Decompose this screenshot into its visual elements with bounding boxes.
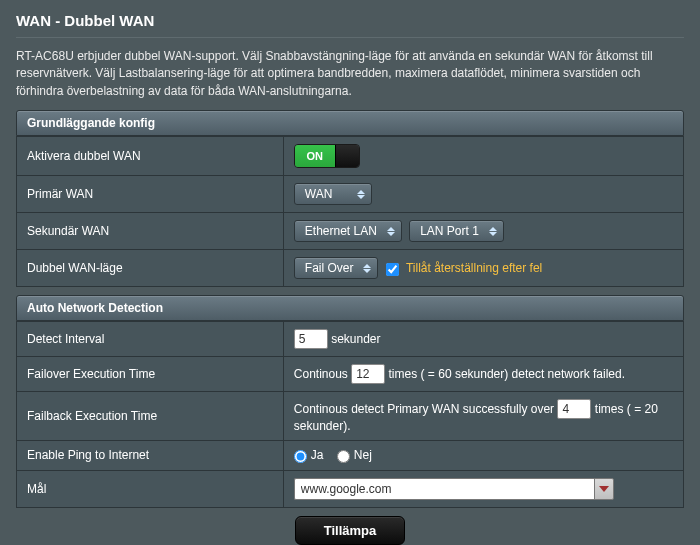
- ping-yes-label: Ja: [311, 448, 324, 462]
- page-description: RT-AC68U erbjuder dubbel WAN-support. Vä…: [16, 48, 684, 100]
- dual-wan-mode-label: Dubbel WAN-läge: [17, 250, 284, 287]
- ping-no-wrap[interactable]: Nej: [337, 448, 372, 462]
- section-autonet-header: Auto Network Detection: [16, 295, 684, 321]
- primary-wan-value: WAN: [305, 187, 357, 201]
- detect-interval-input[interactable]: [294, 329, 328, 349]
- fallback-checkbox-label: Tillåt återställning efter fel: [406, 261, 542, 275]
- select-arrows-icon: [363, 264, 371, 273]
- select-arrows-icon: [489, 227, 497, 236]
- enable-dual-wan-label: Aktivera dubbel WAN: [17, 137, 284, 176]
- select-arrows-icon: [357, 190, 365, 199]
- secondary-wan-type-select[interactable]: Ethernet LAN: [294, 220, 402, 242]
- section-basic-header: Grundläggande konfig: [16, 110, 684, 136]
- failover-prefix: Continous: [294, 367, 348, 381]
- autonet-table: Detect Interval sekunder Failover Execut…: [16, 321, 684, 507]
- detect-interval-unit: sekunder: [331, 332, 380, 346]
- ping-yes-radio[interactable]: [294, 450, 307, 463]
- enable-dual-wan-toggle[interactable]: ON: [294, 144, 360, 168]
- secondary-wan-type-value: Ethernet LAN: [305, 224, 387, 238]
- ping-no-radio[interactable]: [337, 450, 350, 463]
- failback-times-input[interactable]: [557, 399, 591, 419]
- ping-yes-wrap[interactable]: Ja: [294, 448, 327, 462]
- enable-ping-label: Enable Ping to Internet: [17, 441, 284, 470]
- failover-times-input[interactable]: [351, 364, 385, 384]
- primary-wan-select[interactable]: WAN: [294, 183, 372, 205]
- divider: [16, 37, 684, 38]
- dropdown-triangle-icon: [599, 486, 609, 492]
- page-title: WAN - Dubbel WAN: [16, 8, 684, 37]
- failover-time-label: Failover Execution Time: [17, 357, 284, 392]
- secondary-wan-port-select[interactable]: LAN Port 1: [409, 220, 504, 242]
- toggle-knob: [335, 145, 359, 167]
- dual-wan-mode-value: Fail Over: [305, 261, 364, 275]
- dual-wan-mode-select[interactable]: Fail Over: [294, 257, 379, 279]
- target-label: Mål: [17, 470, 284, 507]
- secondary-wan-label: Sekundär WAN: [17, 213, 284, 250]
- basic-config-table: Aktivera dubbel WAN ON Primär WAN WAN Se…: [16, 136, 684, 287]
- secondary-wan-port-value: LAN Port 1: [420, 224, 489, 238]
- apply-button[interactable]: Tillämpa: [295, 516, 406, 545]
- failover-suffix: times ( = 60 sekunder) detect network fa…: [389, 367, 625, 381]
- select-arrows-icon: [387, 227, 395, 236]
- target-combobox[interactable]: [294, 478, 614, 500]
- failback-time-label: Failback Execution Time: [17, 392, 284, 441]
- toggle-on-label: ON: [295, 145, 335, 167]
- ping-no-label: Nej: [354, 448, 372, 462]
- target-input[interactable]: [294, 478, 594, 500]
- fallback-checkbox[interactable]: [386, 263, 399, 276]
- fallback-checkbox-wrap[interactable]: Tillåt återställning efter fel: [386, 261, 542, 275]
- detect-interval-label: Detect Interval: [17, 322, 284, 357]
- primary-wan-label: Primär WAN: [17, 176, 284, 213]
- failback-prefix: Continous detect Primary WAN successfull…: [294, 402, 554, 416]
- target-dropdown-button[interactable]: [594, 478, 614, 500]
